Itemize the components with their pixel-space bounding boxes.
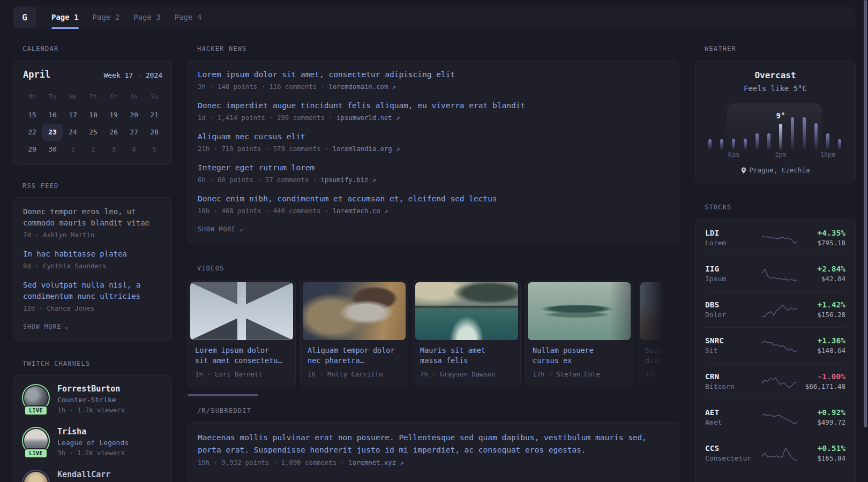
hackernews-item[interactable]: Integer eget rutrum lorem6h · 60 points … bbox=[198, 162, 669, 185]
videos-carousel: Lorem ipsum dolor sit amet consectetu…1h… bbox=[188, 280, 679, 387]
stock-price: $499.72 bbox=[798, 418, 845, 427]
hackernews-item-domain-link[interactable]: ipsumworld.net ↗ bbox=[336, 114, 400, 122]
stock-symbol: LDI bbox=[705, 228, 761, 238]
stock-info: IIGIpsum bbox=[705, 263, 761, 284]
stock-info: SNRCSit bbox=[705, 335, 761, 356]
rss-item[interactable]: Donec tempor eros leo, ut commodo mauris… bbox=[23, 206, 162, 240]
stock-price: $42.04 bbox=[798, 274, 845, 284]
rss-show-more-button[interactable]: SHOW MORE⌄ bbox=[23, 322, 162, 332]
stock-price: $165.84 bbox=[798, 454, 845, 463]
stock-row[interactable]: CCSConsectetur+0.51%$165.84 bbox=[705, 435, 845, 471]
stocks-widget: LDILorem+4.35%$795.18IIGIpsum+2.84%$42.0… bbox=[695, 219, 856, 482]
stock-sparkline bbox=[761, 479, 798, 482]
chevron-down-icon: ⌄ bbox=[239, 224, 244, 233]
calendar-weekday: We bbox=[63, 93, 83, 101]
rss-item-title: Sed volutpat nulla nisl, a condimentum n… bbox=[23, 280, 162, 302]
stock-row[interactable]: IIGIpsum+2.84%$42.04 bbox=[705, 255, 845, 291]
calendar-day: 28 bbox=[144, 124, 164, 141]
rss-item[interactable]: In hac habitasse platea8d · Cynthia Saun… bbox=[23, 248, 162, 272]
video-thumbnail bbox=[528, 282, 631, 340]
video-meta: 7h · Grayson Dawson bbox=[420, 370, 515, 379]
weather-hour-bar bbox=[708, 139, 712, 149]
calendar-day: 25 bbox=[83, 124, 103, 141]
stock-price: $795.18 bbox=[798, 238, 845, 248]
stock-row[interactable]: AHS+0.46% bbox=[705, 471, 845, 482]
hackernews-item-meta: 1d · 1,414 points · 299 comments · ipsum… bbox=[198, 113, 669, 123]
hackernews-show-more-button[interactable]: SHOW MORE⌄ bbox=[198, 224, 669, 234]
weather-feels-like: Feels like 5°C bbox=[704, 84, 847, 93]
video-card[interactable]: Lorem ipsum dolor sit amet consectetu…1h… bbox=[188, 280, 296, 387]
stock-change-percent: +0.51% bbox=[798, 443, 845, 454]
twitch-channel-category: Counter-Strike bbox=[57, 395, 125, 405]
left-column: CALENDAR April Week 17 · 2024 MoTuWeThFr… bbox=[13, 0, 172, 482]
stock-info: CRNBitcorn bbox=[705, 371, 761, 391]
subreddit-post-domain-link[interactable]: loremnet.xyz ↗ bbox=[348, 459, 404, 466]
weather-hour-bar bbox=[838, 139, 841, 149]
hackernews-item-domain-link[interactable]: ipsumify.biz ↗ bbox=[321, 176, 377, 184]
stock-symbol: IIG bbox=[705, 263, 761, 274]
hackernews-item[interactable]: Aliquam nec cursus elit21h · 710 points … bbox=[198, 131, 669, 154]
stocks-widget-label: STOCKS bbox=[705, 204, 856, 211]
calendar-day: 16 bbox=[42, 107, 63, 124]
stock-price: $148.64 bbox=[798, 346, 845, 356]
stock-row[interactable]: LDILorem+4.35%$795.18 bbox=[705, 220, 845, 255]
video-card[interactable]: Mauris sit amet massa felis7h · Grayson … bbox=[413, 280, 521, 387]
weather-hour-bar bbox=[826, 133, 829, 149]
calendar-day: 4 bbox=[124, 141, 144, 158]
weather-hour-bar bbox=[791, 117, 794, 149]
video-card[interactable]: Aliquam tempor dolor nec pharetra…1h · M… bbox=[300, 280, 408, 387]
avatar bbox=[24, 472, 48, 482]
hackernews-item[interactable]: Donec imperdiet augue tincidunt felis al… bbox=[198, 100, 669, 123]
video-thumbnail bbox=[415, 282, 518, 340]
twitch-widget: LIVEForrestBurtonCounter-Strike1h · 1.7k… bbox=[13, 375, 172, 482]
rss-widget: Donec tempor eros leo, ut commodo mauris… bbox=[13, 197, 172, 341]
twitch-channel-row[interactable]: LIVEForrestBurtonCounter-Strike1h · 1.7k… bbox=[23, 384, 162, 415]
stock-change-percent: +1.42% bbox=[798, 299, 845, 310]
hackernews-item[interactable]: Lorem ipsum dolor sit amet, consectetur … bbox=[198, 69, 669, 92]
rss-item[interactable]: Sed volutpat nulla nisl, a condimentum n… bbox=[23, 280, 162, 314]
stock-price: $66,171.48 bbox=[798, 382, 845, 391]
stock-sparkline bbox=[761, 443, 798, 463]
twitch-channel-row[interactable]: KendallCarr bbox=[23, 470, 162, 482]
calendar-day: 3 bbox=[103, 141, 124, 158]
stock-name: Consectetur bbox=[705, 454, 761, 463]
hackernews-item-domain-link[interactable]: loremlandia.org ↗ bbox=[333, 145, 400, 153]
weather-hour-bar bbox=[720, 139, 723, 149]
video-card[interactable]: Nullam posuere cursus ex17h · Stefan Col… bbox=[525, 280, 633, 387]
hackernews-item-title: Lorem ipsum dolor sit amet, consectetur … bbox=[198, 69, 669, 80]
weather-condition: Overcast bbox=[704, 70, 847, 81]
stock-name: Amet bbox=[705, 418, 761, 427]
stock-sparkline bbox=[761, 408, 798, 427]
hackernews-item-domain-link[interactable]: loremdomain.com ↗ bbox=[328, 83, 396, 91]
weather-hour-bar bbox=[803, 117, 806, 149]
calendar-day: 5 bbox=[144, 141, 164, 158]
stock-row[interactable]: CRNBitcorn-1.00%$66,171.48 bbox=[705, 363, 845, 399]
stock-row[interactable]: AETAmet+0.92%$499.72 bbox=[705, 399, 845, 435]
calendar-day: 1 bbox=[63, 141, 83, 158]
stock-row[interactable]: DBSDolor+1.42%$156.28 bbox=[705, 291, 845, 327]
rss-item-title: In hac habitasse platea bbox=[23, 248, 162, 260]
stock-sparkline bbox=[761, 228, 798, 247]
hackernews-item-title: Integer eget rutrum lorem bbox=[198, 162, 669, 174]
stock-symbol: SNRC bbox=[705, 335, 761, 346]
calendar-weekday: Fr bbox=[103, 93, 124, 101]
calendar-weekday-row: MoTuWeThFrSaSu bbox=[22, 93, 163, 101]
stock-name: Dolor bbox=[705, 310, 761, 320]
hackernews-item-domain-link[interactable]: loremtech.co ↗ bbox=[333, 207, 388, 215]
stock-values: +4.35%$795.18 bbox=[798, 228, 845, 248]
hackernews-item[interactable]: Donec enim nibh, condimentum et accumsan… bbox=[198, 193, 669, 216]
hackernews-item-title: Aliquam nec cursus elit bbox=[198, 131, 669, 142]
videos-carousel-scrollbar[interactable] bbox=[188, 394, 258, 396]
subreddit-post[interactable]: Maecenas mollis pulvinar erat non posuer… bbox=[198, 432, 669, 468]
calendar-day: 15 bbox=[22, 107, 42, 124]
twitch-avatar-wrap: LIVE bbox=[23, 385, 49, 411]
page-scrollbar-thumb[interactable] bbox=[864, 0, 867, 427]
stock-row[interactable]: SNRCSit+1.36%$148.64 bbox=[705, 327, 845, 363]
calendar-day: 2 bbox=[83, 141, 103, 158]
videos-widget-label: VIDEOS bbox=[197, 265, 679, 272]
weather-widget-label: WEATHER bbox=[705, 45, 856, 52]
videos-row: Lorem ipsum dolor sit amet consectetu…1h… bbox=[188, 280, 679, 387]
weather-hour-bar bbox=[767, 133, 770, 149]
twitch-channel-row[interactable]: LIVETrishaLeague of Legends3h · 1.2k vie… bbox=[23, 427, 162, 458]
video-card[interactable]: Suspendisse diam18h · Tara bbox=[638, 280, 679, 387]
